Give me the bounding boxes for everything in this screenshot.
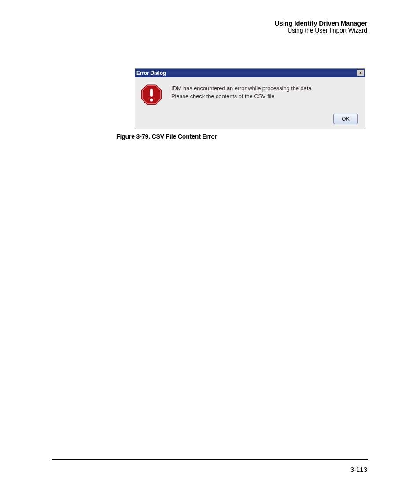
dialog-content-row: IDM has encountered an error while proce… [140,84,360,106]
ok-button-label: OK [342,116,349,122]
page-header: Using Identity Driven Manager Using the … [275,19,367,34]
error-icon [140,84,162,106]
page-number: 3-113 [350,466,367,473]
error-dialog: Error Dialog × IDM has encountered an er… [135,68,365,129]
svg-rect-2 [150,89,153,97]
figure-caption: Figure 3-79. CSV File Content Error [116,133,217,140]
close-button[interactable]: × [357,70,364,76]
footer-rule [52,459,368,460]
svg-point-3 [150,99,153,102]
header-subtitle: Using the User Import Wizard [275,27,367,34]
dialog-body: IDM has encountered an error while proce… [135,77,365,129]
dialog-title: Error Dialog [136,70,166,76]
ok-button[interactable]: OK [333,114,358,124]
document-page: Using Identity Driven Manager Using the … [0,0,420,504]
dialog-titlebar: Error Dialog × [135,69,365,77]
dialog-button-row: OK [140,114,360,124]
close-icon: × [359,70,362,75]
message-line-1: IDM has encountered an error while proce… [171,85,360,92]
header-title: Using Identity Driven Manager [275,19,367,27]
message-line-2: Please check the contents of the CSV fil… [171,92,360,100]
dialog-message: IDM has encountered an error while proce… [171,84,360,100]
